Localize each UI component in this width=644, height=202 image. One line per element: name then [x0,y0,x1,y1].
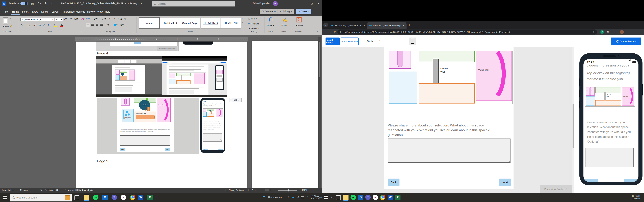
tools-dropdown[interactable]: Tools [367,40,373,42]
close-tab-icon[interactable]: ✕ [364,24,365,27]
search-input[interactable] [152,1,235,6]
add-ins-label[interactable]: Add-ins [296,24,303,27]
borders-icon[interactable]: ⊞▾ [120,23,124,26]
bookmark-star-icon[interactable]: ☆ [592,30,595,33]
word-search-box[interactable] [152,1,235,6]
tab-draw[interactable]: Draw [32,9,39,14]
font-name-select[interactable]: Segoe UI Historic (B▾ [20,17,54,21]
survey-scrollbar[interactable]: ▾ [572,47,574,193]
close-button[interactable]: ✕ [314,0,322,7]
style-general-emph[interactable]: General Emph [180,18,200,28]
italic-button[interactable]: I [24,24,25,26]
search-highlight-briefcase-icon[interactable] [65,195,70,200]
undo-icon[interactable]: ↶ ▾ [37,2,41,5]
tab-preview-survey[interactable]: XM Preview - Qualtrics Survey | Qua ✕ [367,22,406,29]
font-dialog-launcher-icon[interactable]: ⌟ [81,30,82,33]
central-wall[interactable] [433,59,439,86]
next-button[interactable]: Next [499,179,511,186]
document-page-5-preview[interactable] [252,41,320,188]
tools-chevron-icon[interactable]: ∨ [379,40,380,42]
font-color-icon[interactable]: A▾ [60,24,63,27]
subscript-button[interactable]: x₂ [38,24,40,26]
collapse-ribbon-icon[interactable]: ∨ [317,30,318,33]
select-button[interactable]: ➢ Select▾ [248,27,258,30]
slack-icon[interactable]: # [121,195,126,200]
search-icon[interactable] [332,196,334,198]
central-wall[interactable] [604,92,606,100]
proofing-icon[interactable] [35,189,38,192]
editor-icon[interactable]: ✍ [282,17,288,22]
back-icon[interactable]: ← [324,30,327,33]
page-indicator[interactable]: Page 4 of 11 [2,189,14,191]
green-room[interactable] [595,87,621,93]
task-view-icon[interactable] [336,195,341,200]
blue-room[interactable] [586,96,595,106]
profile-avatar[interactable] [620,30,624,34]
web-layout-icon[interactable] [271,189,274,192]
editor-label[interactable]: Editor [282,24,287,27]
paste-options-button[interactable]: (Ctrl) ▾ [229,98,242,102]
format-painter-icon[interactable]: 🖌 [10,25,12,27]
zoom-slider-knob[interactable] [288,190,289,192]
chrome-menu-kebab-icon[interactable]: ⋮ [626,30,628,33]
styles-scroll-down-icon[interactable]: ˅ [242,22,243,24]
zoom-slider[interactable] [278,190,297,191]
find-button[interactable]: Find▾ [248,17,257,20]
teams-icon[interactable]: T [365,195,371,200]
blue-room[interactable] [389,71,417,104]
align-left-button[interactable] [86,23,90,27]
bold-button[interactable]: B [21,24,22,26]
read-mode-icon[interactable] [261,189,264,192]
grow-font-icon[interactable]: A˄ [64,17,68,20]
sort-icon[interactable]: A↓Z [118,17,122,20]
tab-mailings[interactable]: Mailings [75,9,86,14]
back-button[interactable]: Back [388,179,400,186]
scroll-down-arrow-icon[interactable]: ▾ [572,190,574,192]
site-info-icon[interactable]: ⩨ [340,31,341,33]
cut-icon[interactable]: ✂ [10,17,12,20]
reload-icon[interactable]: ↻ [334,30,336,33]
weather-text[interactable]: Afternoon rain [268,196,282,199]
url-bar[interactable]: ⩨ pacificresearch.qualtrics.com/jfe/prev… [338,29,597,34]
excel-icon[interactable]: X [147,195,152,200]
outlook-icon[interactable]: O [102,195,108,200]
tab-references[interactable]: References [61,9,75,14]
word-app-icon[interactable]: W [2,1,6,6]
bullets-icon[interactable]: •≡▾ [86,17,90,20]
line-spacing-icon[interactable]: ↕≡▾ [105,23,109,26]
scrollbar-thumb[interactable] [319,42,320,77]
text-predictions[interactable]: Text Predictions: On [40,189,59,191]
orange-room[interactable] [595,100,621,106]
display-settings[interactable]: Display Settings [226,189,244,192]
styles-gallery-more-icon[interactable]: ⩛ [242,25,242,27]
word-taskbar-icon[interactable]: W [138,195,144,200]
entry-area-room[interactable]: Entry Area [586,87,594,96]
autosave-toggle[interactable]: On [20,2,28,5]
word-taskbar-icon[interactable]: W [388,195,393,200]
video-wall-room[interactable]: Video Wall [622,87,634,106]
indent-marker-icon[interactable]: ▾▴ [96,37,96,40]
interactive-area-b[interactable]: Interactive Area B [134,111,156,122]
save-icon[interactable]: ▤ [31,2,34,5]
comments-button[interactable]: ❑ Comments [260,9,278,14]
tab-insert[interactable]: Insert [22,9,29,14]
underline-button[interactable]: U▾ [28,24,30,26]
embedded-survey-desktop-mockup[interactable]: Satellite Model Informational Panels Int… [97,98,199,154]
grammarly-extension-icon[interactable]: G [600,30,604,34]
tab-design[interactable]: Design [40,9,50,14]
chrome-icon[interactable] [380,195,386,200]
embedded-video-wall-area[interactable]: Video Wall [157,98,170,122]
clipboard-dialog-launcher-icon[interactable]: ⌟ [16,30,16,33]
styles-dialog-launcher-icon[interactable]: ⌟ [243,30,244,33]
powered-by-qualtrics[interactable]: Powered by Qualtrics ↗ [540,185,572,193]
print-layout-icon[interactable] [265,189,269,192]
tab-edit-survey[interactable]: XM Edit Survey | Qualtrics Experienc ✕ [329,22,367,29]
slack-icon[interactable]: # [373,195,378,200]
add-ins-icon[interactable] [296,17,302,22]
focus-mode[interactable]: Focus [248,189,257,192]
font-size-select[interactable]: 10▾ [55,17,63,21]
phone-response-textarea[interactable] [585,148,634,167]
copy-icon[interactable]: ⧉ [10,21,11,23]
tab-home[interactable]: Home [12,9,20,15]
orange-room[interactable] [418,83,474,104]
